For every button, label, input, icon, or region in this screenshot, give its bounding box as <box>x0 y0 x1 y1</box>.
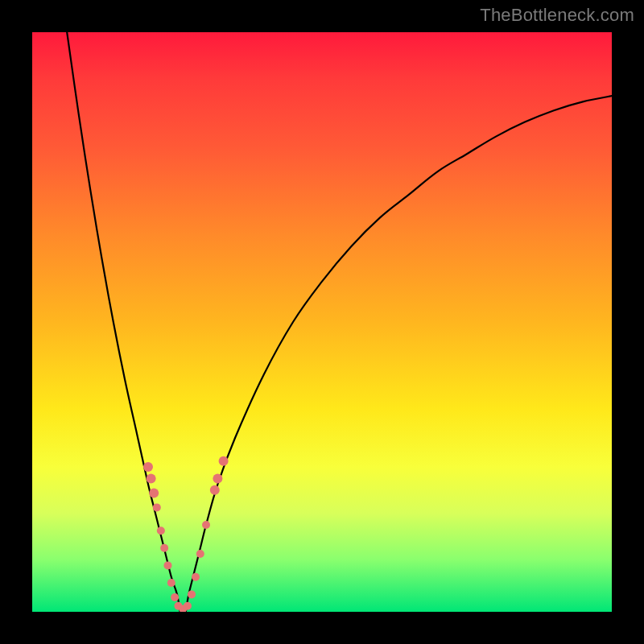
curve-right-branch <box>186 96 612 612</box>
watermark-text: TheBottleneck.com <box>480 5 634 26</box>
chart-frame: TheBottleneck.com <box>0 0 644 644</box>
marker-dot <box>196 550 204 558</box>
marker-dot <box>157 526 165 535</box>
marker-dot <box>219 456 229 466</box>
marker-dot <box>143 462 153 472</box>
marker-dot <box>153 503 161 511</box>
marker-dot <box>192 573 200 581</box>
plot-svg <box>32 32 612 612</box>
plot-area <box>32 32 612 612</box>
marker-dot <box>184 602 192 610</box>
marker-dot <box>213 473 222 483</box>
marker-dot <box>167 579 175 587</box>
marker-dot <box>210 485 220 495</box>
marker-dot <box>149 488 159 497</box>
marker-dot <box>163 561 171 569</box>
marker-dot <box>147 473 156 483</box>
marker-dot <box>188 590 196 598</box>
marker-dot <box>171 593 179 601</box>
marker-dot <box>202 521 210 529</box>
marker-dot <box>160 544 168 552</box>
curve-left-branch <box>67 32 180 612</box>
